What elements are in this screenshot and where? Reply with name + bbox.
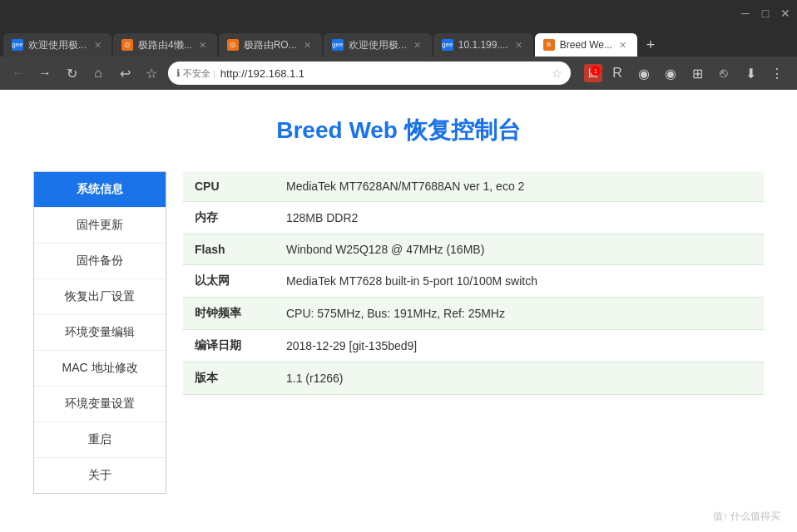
sidebar: 系统信息 固件更新 固件备份 恢复出厂设置 环境变量编辑 MAC 地址修改 环境… — [33, 171, 166, 494]
forward-button[interactable]: → — [35, 63, 55, 83]
address-bar: ← → ↻ ⌂ ↩ ☆ ℹ 不安全 | http://192.168.1.1 ☆… — [0, 57, 797, 90]
tab-favicon-3: ⊙ — [227, 39, 239, 51]
new-tab-button[interactable]: + — [639, 33, 662, 57]
minimize-button[interactable]: ─ — [740, 8, 750, 18]
sidebar-item-firmware-backup[interactable]: 固件备份 — [34, 244, 166, 279]
window-controls: ─ □ ✕ — [740, 8, 790, 18]
lock-icon: ℹ — [176, 67, 181, 79]
tab-close-3[interactable]: ✕ — [302, 39, 314, 51]
tab-label-5: 10.1.199.... — [458, 39, 508, 51]
insecure-badge: ℹ 不安全 | — [176, 67, 215, 80]
title-bar: ─ □ ✕ — [0, 0, 797, 27]
row-value: MediaTek MT7628AN/MT7688AN ver 1, eco 2 — [275, 171, 764, 202]
tab-5[interactable]: gee 10.1.199.... ✕ — [433, 33, 533, 57]
sidebar-item-about[interactable]: 关于 — [34, 458, 166, 493]
row-value: Winbond W25Q128 @ 47MHz (16MB) — [275, 234, 764, 265]
tab-favicon-2: ⊙ — [121, 39, 133, 51]
tab-label-4: 欢迎使用极... — [349, 38, 407, 52]
table-row: 编译日期2018-12-29 [git-135bed9] — [183, 330, 764, 362]
tab-3[interactable]: ⊙ 极路由RO... ✕ — [219, 33, 322, 57]
share-button[interactable]: ⎋ — [712, 62, 735, 85]
row-label: 编译日期 — [183, 330, 275, 362]
extensions-button[interactable]: 圖 1 — [584, 64, 602, 82]
tab-close-4[interactable]: ✕ — [412, 39, 423, 51]
tab-label-1: 欢迎使用极... — [28, 38, 87, 52]
star-icon[interactable]: ☆ — [552, 66, 562, 80]
row-label: 内存 — [183, 202, 275, 234]
tab-2[interactable]: ⊙ 极路由4懒... ✕ — [113, 33, 217, 57]
table-row: FlashWinbond W25Q128 @ 47MHz (16MB) — [183, 234, 764, 265]
tab-close-5[interactable]: ✕ — [513, 39, 525, 51]
row-value: MediaTek MT7628 built-in 5-port 10/100M … — [275, 265, 764, 298]
download-button[interactable]: ⬇ — [739, 62, 762, 85]
sidebar-item-mac-modify[interactable]: MAC 地址修改 — [34, 351, 166, 387]
nav-icon-2[interactable]: ◉ — [659, 62, 682, 85]
sidebar-item-firmware-update[interactable]: 固件更新 — [34, 208, 166, 244]
tab-label-2: 极路由4懒... — [138, 38, 192, 52]
rss-button[interactable]: R — [606, 62, 629, 85]
sidebar-item-env-settings[interactable]: 环境变量设置 — [34, 387, 166, 422]
tab-close-2[interactable]: ✕ — [197, 39, 209, 51]
main-layout: 系统信息 固件更新 固件备份 恢复出厂设置 环境变量编辑 MAC 地址修改 环境… — [33, 171, 764, 494]
tab-favicon-5: gee — [442, 39, 453, 51]
watermark: 值↑ 什么值得买 — [713, 510, 780, 524]
tab-6[interactable]: B Breed We... ✕ — [535, 33, 637, 57]
sidebar-item-env-edit[interactable]: 环境变量编辑 — [34, 315, 166, 351]
toolbar-right: 圖 1 R ◉ ◉ ⊞ ⎋ ⬇ ⋮ — [584, 62, 789, 85]
row-label: 版本 — [183, 362, 275, 395]
home-button[interactable]: ⌂ — [88, 63, 108, 83]
notification-badge: 1 — [591, 66, 601, 76]
sidebar-item-factory-reset[interactable]: 恢复出厂设置 — [34, 279, 166, 315]
row-value: CPU: 575MHz, Bus: 191MHz, Ref: 25MHz — [275, 298, 764, 330]
page-title: Breed Web 恢复控制台 — [33, 115, 764, 146]
page-content: Breed Web 恢复控制台 系统信息 固件更新 固件备份 恢复出厂设置 环境… — [0, 90, 797, 519]
tab-close-6[interactable]: ✕ — [617, 39, 629, 51]
reload-button[interactable]: ↻ — [62, 63, 82, 83]
url-text[interactable]: http://192.168.1.1 — [220, 67, 547, 80]
insecure-label: 不安全 — [183, 67, 210, 80]
row-label: 以太网 — [183, 265, 275, 298]
row-value: 128MB DDR2 — [275, 202, 764, 234]
row-value: 1.1 (r1266) — [275, 362, 764, 395]
nav-icon-1[interactable]: ◉ — [632, 62, 656, 85]
table-row: 时钟频率CPU: 575MHz, Bus: 191MHz, Ref: 25MHz — [183, 298, 764, 330]
close-button[interactable]: ✕ — [780, 8, 790, 18]
system-info-table: CPUMediaTek MT7628AN/MT7688AN ver 1, eco… — [183, 171, 764, 395]
browser-chrome: ─ □ ✕ gee 欢迎使用极... ✕ ⊙ 极路由4懒... ✕ ⊙ 极路由R… — [0, 0, 797, 90]
bookmark-button[interactable]: ☆ — [141, 63, 161, 83]
separator: | — [213, 68, 215, 78]
tab-1[interactable]: gee 欢迎使用极... ✕ — [3, 33, 111, 57]
tab-favicon-6: B — [543, 39, 555, 51]
history-back-button[interactable]: ↩ — [115, 63, 135, 83]
table-row: CPUMediaTek MT7628AN/MT7688AN ver 1, eco… — [183, 171, 764, 202]
address-input-wrapper[interactable]: ℹ 不安全 | http://192.168.1.1 ☆ — [168, 62, 571, 85]
row-label: CPU — [183, 171, 275, 202]
sidebar-item-system-info[interactable]: 系统信息 — [34, 172, 166, 208]
tab-favicon-1: gee — [12, 39, 23, 51]
maximize-button[interactable]: □ — [760, 8, 770, 18]
tab-favicon-4: gee — [332, 39, 344, 51]
table-row: 内存128MB DDR2 — [183, 202, 764, 234]
tab-label-3: 极路由RO... — [244, 38, 297, 52]
row-label: Flash — [183, 234, 275, 265]
tabs-bar: gee 欢迎使用极... ✕ ⊙ 极路由4懒... ✕ ⊙ 极路由RO... ✕… — [0, 27, 797, 57]
tab-label-6: Breed We... — [560, 39, 612, 51]
tab-4[interactable]: gee 欢迎使用极... ✕ — [324, 33, 432, 57]
table-row: 版本1.1 (r1266) — [183, 362, 764, 395]
sidebar-item-reboot[interactable]: 重启 — [34, 422, 166, 458]
row-label: 时钟频率 — [183, 298, 275, 330]
back-button[interactable]: ← — [8, 63, 28, 83]
menu-button[interactable]: ⋮ — [765, 62, 789, 85]
row-value: 2018-12-29 [git-135bed9] — [275, 330, 764, 362]
tab-close-1[interactable]: ✕ — [92, 39, 103, 51]
apps-button[interactable]: ⊞ — [686, 62, 709, 85]
table-row: 以太网MediaTek MT7628 built-in 5-port 10/10… — [183, 265, 764, 298]
